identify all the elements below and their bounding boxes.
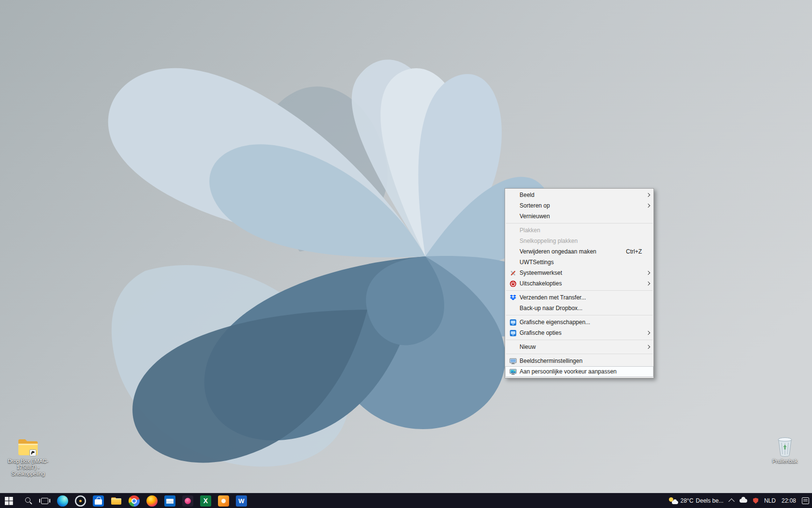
menu-item-label: Beeldscherminstellingen xyxy=(520,358,582,364)
menu-separator xyxy=(506,223,652,224)
weather-widget[interactable]: 28°C Deels be... xyxy=(666,493,726,508)
menu-item-beeldscherminstellingen[interactable]: Beeldscherminstellingen xyxy=(505,356,653,366)
onedrive-cloud-icon xyxy=(740,499,747,503)
bloom-wallpaper-art xyxy=(0,0,812,508)
menu-item-label: UWTSettings xyxy=(520,259,554,266)
taskbar-apps xyxy=(54,493,250,508)
menu-item-label: Systeemwerkset xyxy=(520,269,562,276)
intel-graphics-icon xyxy=(506,318,520,327)
submenu-arrow-icon xyxy=(645,194,652,196)
taskbar-app-orange[interactable] xyxy=(215,493,232,508)
excel-icon xyxy=(200,495,211,507)
menu-item-verwijderen-ongedaan-maken[interactable]: Verwijderen ongedaan makenCtrl+Z xyxy=(505,246,653,257)
menu-item-grafische-opties[interactable]: Grafische opties xyxy=(505,328,653,338)
desktop-icon-label: Drop Box (IMAC-175887) - Snelkoppeling xyxy=(5,458,51,477)
submenu-arrow-icon xyxy=(645,271,652,274)
explorer-icon xyxy=(111,495,122,507)
submenu-arrow-icon xyxy=(645,282,652,285)
task-view-icon xyxy=(41,498,48,504)
menu-item-aan-persoonlijke-voorkeur-aanpassen[interactable]: Aan persoonlijke voorkeur aanpassen xyxy=(505,366,653,377)
menu-icon-slot xyxy=(506,201,520,210)
utility-icon xyxy=(75,495,86,507)
taskbar-app-excel[interactable] xyxy=(197,493,215,508)
taskbar-app-word[interactable] xyxy=(232,493,250,508)
taskbar-app-chrome[interactable] xyxy=(125,493,143,508)
submenu-arrow-icon xyxy=(645,331,652,334)
menu-item-verzenden-met-transfer[interactable]: Verzenden met Transfer... xyxy=(505,292,653,303)
menu-icon-slot xyxy=(506,237,520,245)
clock-time: 22:08 xyxy=(782,497,796,504)
power-icon xyxy=(506,279,520,288)
taskbar-app-store[interactable] xyxy=(89,493,107,508)
taskbar-app-media[interactable] xyxy=(179,493,197,508)
chevron-up-icon xyxy=(728,498,735,505)
menu-item-systeemwerkset[interactable]: Systeemwerkset xyxy=(505,268,653,278)
security-shield-icon xyxy=(753,498,758,504)
menu-icon-slot xyxy=(506,191,520,199)
weather-condition: Deels be... xyxy=(696,497,724,504)
systemtools-icon xyxy=(506,269,520,277)
menu-item-uitschakelopties[interactable]: Uitschakelopties xyxy=(505,278,653,289)
hidden-icons-button[interactable] xyxy=(726,493,737,508)
search-icon xyxy=(25,497,30,503)
menu-item-sorteren-op[interactable]: Sorteren op xyxy=(505,200,653,211)
intel-graphics-icon xyxy=(506,329,520,337)
display-settings-icon xyxy=(506,357,520,365)
desktop-wallpaper[interactable] xyxy=(0,0,812,508)
desktop: Drop Box (IMAC-175887) - Snelkoppeling P… xyxy=(0,0,812,508)
menu-item-shortcut: Ctrl+Z xyxy=(626,248,645,255)
menu-item-label: Nieuw xyxy=(520,344,536,350)
outlook-icon xyxy=(164,495,175,507)
recycle-bin-icon xyxy=(776,434,794,457)
menu-item-uwtsettings[interactable]: UWTSettings xyxy=(505,257,653,268)
menu-separator xyxy=(506,340,652,340)
shortcut-arrow-icon xyxy=(29,449,36,456)
menu-item-plakken: Plakken xyxy=(505,225,653,236)
store-icon xyxy=(93,495,104,507)
submenu-arrow-icon xyxy=(645,345,652,348)
system-tray: 28°C Deels be... NLD 22:08 xyxy=(666,493,812,508)
menu-item-label: Vernieuwen xyxy=(520,213,550,220)
security-tray-button[interactable] xyxy=(750,493,761,508)
menu-icon-slot xyxy=(506,226,520,235)
chrome-icon xyxy=(129,495,140,507)
taskbar-app-edge[interactable] xyxy=(54,493,72,508)
start-button[interactable] xyxy=(0,493,18,508)
taskbar-app-explorer[interactable] xyxy=(107,493,125,508)
menu-icon-slot xyxy=(506,247,520,256)
media-icon xyxy=(182,495,193,507)
menu-icon-slot xyxy=(506,258,520,267)
dropbox-transfer-icon xyxy=(506,293,520,302)
context-menu: BeeldSorteren opVernieuwenPlakkenSnelkop… xyxy=(505,188,654,378)
desktop-icon-recycle-bin[interactable]: Prullenbak xyxy=(761,434,809,464)
taskbar-app-utility[interactable] xyxy=(72,493,89,508)
taskbar-app-firefox[interactable] xyxy=(143,493,161,508)
menu-item-vernieuwen[interactable]: Vernieuwen xyxy=(505,211,653,222)
desktop-icon-label: Prullenbak xyxy=(772,458,798,464)
submenu-arrow-icon xyxy=(645,204,652,207)
taskbar: 28°C Deels be... NLD 22:08 xyxy=(0,493,812,508)
menu-item-snelkoppeling-plakken: Snelkoppeling plakken xyxy=(505,236,653,246)
menu-item-label: Snelkoppeling plakken xyxy=(520,238,578,244)
search-button[interactable] xyxy=(18,493,36,508)
menu-icon-slot xyxy=(506,343,520,351)
menu-item-label: Verwijderen ongedaan maken xyxy=(520,248,596,255)
menu-item-label: Grafische opties xyxy=(520,329,562,336)
desktop-icon-dropbox-shortcut[interactable]: Drop Box (IMAC-175887) - Snelkoppeling xyxy=(4,434,52,477)
task-view-button[interactable] xyxy=(36,493,54,508)
language-code: NLD xyxy=(764,497,776,504)
windows-logo-icon xyxy=(5,497,13,505)
onedrive-tray-button[interactable] xyxy=(737,493,750,508)
firefox-icon xyxy=(146,495,158,507)
menu-item-nieuw[interactable]: Nieuw xyxy=(505,342,653,352)
menu-item-grafische-eigenschappen[interactable]: Grafische eigenschappen... xyxy=(505,317,653,328)
taskbar-app-outlook[interactable] xyxy=(161,493,179,508)
clock[interactable]: 22:08 xyxy=(779,493,799,508)
menu-item-label: Sorteren op xyxy=(520,202,550,209)
language-indicator[interactable]: NLD xyxy=(761,493,779,508)
menu-item-beeld[interactable]: Beeld xyxy=(505,190,653,200)
word-icon xyxy=(236,495,247,507)
action-center-button[interactable] xyxy=(799,493,812,508)
menu-item-back-up-naar-dropbox[interactable]: Back-up naar Dropbox... xyxy=(505,303,653,314)
menu-item-label: Grafische eigenschappen... xyxy=(520,319,590,326)
